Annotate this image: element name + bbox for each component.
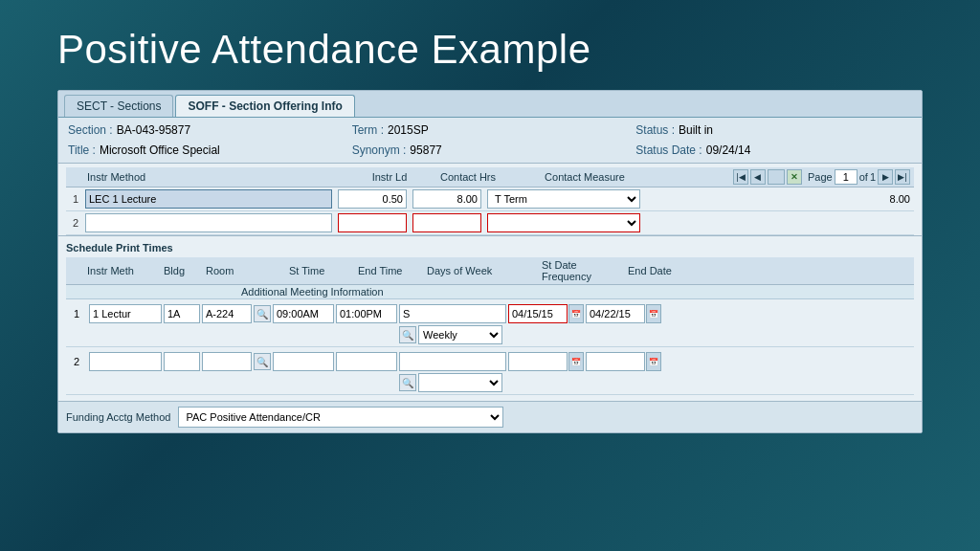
page-input[interactable] <box>835 169 858 185</box>
sched-row-2-instr[interactable] <box>89 352 162 371</box>
main-panel: SECT - Sections SOFF - Section Offering … <box>57 90 923 433</box>
term-info: Term : 2015SP <box>348 121 633 139</box>
funding-bar: Funding Acctg Method PAC Positive Attend… <box>58 401 922 432</box>
add-meeting-subheader: Additional Meeting Information <box>66 285 914 299</box>
title-info: Title : Microsoft Office Special <box>64 142 348 159</box>
sched-row-2-num: 2 <box>66 356 87 367</box>
sched-col-sttime-hdr: St Time <box>289 265 358 276</box>
status-value: Built in <box>679 123 713 137</box>
sched-row-2-frequency[interactable]: Weekly Daily <box>418 373 502 392</box>
sched-row-1-frequency[interactable]: Weekly Daily Monthly <box>418 325 502 344</box>
tab-bar: SECT - Sections SOFF - Section Offering … <box>58 91 922 117</box>
tab-soff[interactable]: SOFF - Section Offering Info <box>175 95 354 117</box>
sched-row-1-stdate[interactable] <box>508 304 568 323</box>
sched-row-2-bldg[interactable] <box>164 352 200 371</box>
sched-col-bldg-hdr: Bldg <box>164 265 206 276</box>
sched-row-1-stdate-btn[interactable]: 📅 <box>568 304 584 323</box>
status-label: Status : <box>635 123 675 137</box>
row-2-contact-measure[interactable]: T Term <box>487 213 640 232</box>
nav-edit-btn[interactable] <box>768 169 785 185</box>
sched-col-room-hdr: Room <box>206 265 268 276</box>
sched-col-enddate-hdr: End Date <box>628 265 714 276</box>
sched-row-2-room[interactable] <box>202 352 252 371</box>
row-1-num: 1 <box>66 193 85 205</box>
total-pages: 1 <box>870 171 876 183</box>
sched-row-1-sttime[interactable] <box>273 304 334 323</box>
status-date-label: Status Date : <box>635 143 702 157</box>
table-row: 2 T Term <box>66 211 914 235</box>
sched-row-2-sttime[interactable] <box>273 352 334 371</box>
sched-row-2-stdate[interactable] <box>508 352 568 371</box>
sched-row-1-mag-icon[interactable]: 🔍 <box>254 305 271 322</box>
sched-col-stdate-hdr: St Date Frequency <box>542 259 628 282</box>
synonym-info: Synonym : 95877 <box>348 142 633 159</box>
row-2-instr-method[interactable] <box>85 213 332 232</box>
row-1-instr-method[interactable] <box>85 189 332 209</box>
sched-col-dow-hdr: Days of Week <box>427 265 542 276</box>
term-label: Term : <box>352 123 384 137</box>
sched-row-2-dow[interactable] <box>399 352 506 371</box>
col-instr-ld-header: Instr Ld <box>351 171 428 183</box>
table-header: Instr Method Instr Ld Contact Hrs Contac… <box>66 167 914 187</box>
section-label: Section : <box>68 123 113 137</box>
synonym-label: Synonym : <box>352 143 407 157</box>
panel-content: Section : BA-043-95877 Term : 2015SP Sta… <box>58 117 922 432</box>
sched-row-1-instr[interactable] <box>89 304 162 323</box>
page-title: Positive Attendance Example <box>0 0 980 90</box>
sched-row-2: 2 🔍 📅 📅 <box>66 347 914 395</box>
sched-row-2-endtime[interactable] <box>336 352 397 371</box>
sched-row-1-enddate-btn[interactable]: 📅 <box>646 304 661 323</box>
sched-col-instr-meth-hdr: Instr Meth <box>87 265 164 276</box>
sched-row-2-enddate[interactable] <box>586 352 645 371</box>
col-contact-measure-header: Contact Measure <box>508 171 661 183</box>
row-1-contact-measure[interactable]: T Term W Weekly D Daily <box>487 189 640 209</box>
sched-row-2-add-mag-icon[interactable]: 🔍 <box>399 374 416 391</box>
sched-row-1-room[interactable] <box>202 304 252 323</box>
info-grid: Section : BA-043-95877 Term : 2015SP Sta… <box>58 118 922 164</box>
row-2-instr-ld[interactable] <box>338 213 407 232</box>
page-label: Page <box>808 171 833 183</box>
row-1-contact-hrs[interactable] <box>412 189 481 209</box>
table-section: Instr Method Instr Ld Contact Hrs Contac… <box>58 164 922 235</box>
section-info: Section : BA-043-95877 <box>64 121 348 139</box>
title-label: Title : <box>68 143 96 157</box>
nav-first-btn[interactable]: |◀ <box>733 169 748 185</box>
nav-prev-btn[interactable]: ◀ <box>750 169 766 185</box>
sched-row-2-stdate-btn[interactable]: 📅 <box>568 352 584 371</box>
sched-row-1-dow[interactable] <box>399 304 506 323</box>
funding-select[interactable]: PAC Positive Attendance/CR Other <box>178 407 503 428</box>
nav-next-btn[interactable]: ▶ <box>878 169 893 185</box>
sched-row-1-num: 1 <box>66 308 87 320</box>
status-info: Status : Built in <box>632 121 916 139</box>
funding-label: Funding Acctg Method <box>66 411 170 423</box>
status-date-value: 09/24/14 <box>706 143 751 157</box>
synonym-value: 95877 <box>410 143 441 157</box>
table-row: 1 T Term W Weekly D Daily 8.00 <box>66 187 914 211</box>
term-value: 2015SP <box>388 123 429 137</box>
row-2-num: 2 <box>66 217 85 229</box>
of-label: of <box>859 171 868 183</box>
section-value: BA-043-95877 <box>117 123 190 137</box>
row-2-contact-hrs[interactable] <box>412 213 481 232</box>
schedule-section: Schedule Print Times Instr Meth Bldg Roo… <box>58 235 922 399</box>
sched-row-2-enddate-btn[interactable]: 📅 <box>646 352 661 371</box>
sched-row-1: 1 🔍 📅 📅 <box>66 299 914 347</box>
sched-col-endtime-hdr: End Time <box>358 265 427 276</box>
schedule-title: Schedule Print Times <box>66 242 914 253</box>
sched-row-2-mag-icon[interactable]: 🔍 <box>254 353 271 370</box>
nav-last-btn[interactable]: ▶| <box>895 169 910 185</box>
schedule-header: Instr Meth Bldg Room St Time End Time Da… <box>66 257 914 285</box>
title-value: Microsoft Office Special <box>100 143 220 157</box>
tab-sect[interactable]: SECT - Sections <box>64 95 173 117</box>
col-contact-hrs-header: Contact Hrs <box>428 171 508 183</box>
sched-row-1-enddate[interactable] <box>586 304 645 323</box>
row-1-instr-ld[interactable] <box>338 189 407 209</box>
sched-row-1-add-mag-icon[interactable]: 🔍 <box>399 326 416 343</box>
sched-row-1-endtime[interactable] <box>336 304 397 323</box>
row-1-last-val: 8.00 <box>866 193 914 205</box>
status-date-info: Status Date : 09/24/14 <box>632 142 916 159</box>
sched-row-1-bldg[interactable] <box>164 304 200 323</box>
page-nav-area: |◀ ◀ ✕ Page of 1 ▶ ▶| <box>661 169 914 185</box>
col-instr-method-header: Instr Method <box>85 171 351 183</box>
nav-x-btn[interactable]: ✕ <box>787 169 802 185</box>
